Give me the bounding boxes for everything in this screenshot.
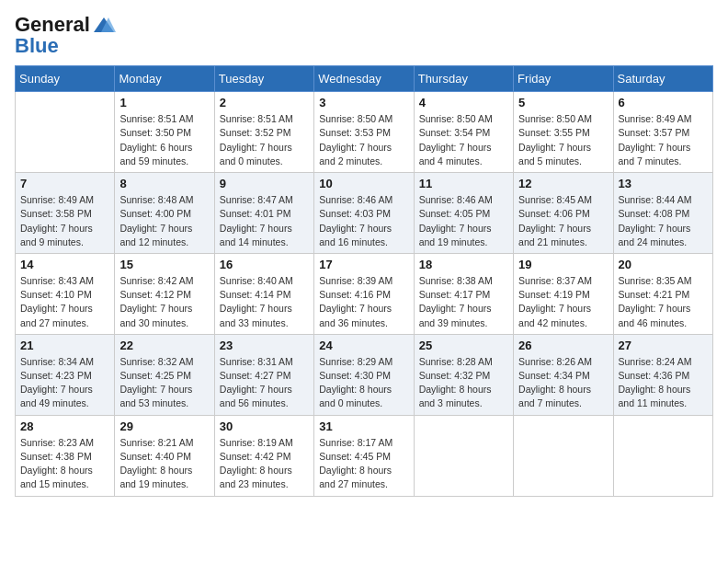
day-number: 23 (220, 339, 309, 352)
day-number: 1 (119, 96, 209, 109)
day-info: Sunrise: 8:46 AMSunset: 4:03 PMDaylight:… (319, 193, 408, 249)
day-cell-20: 20 Sunrise: 8:35 AMSunset: 4:21 PMDaylig… (613, 253, 712, 334)
day-info: Sunrise: 8:37 AMSunset: 4:19 PMDaylight:… (518, 274, 608, 330)
day-info: Sunrise: 8:31 AMSunset: 4:27 PMDaylight:… (220, 355, 309, 411)
day-info: Sunrise: 8:35 AMSunset: 4:21 PMDaylight:… (619, 274, 708, 330)
day-info: Sunrise: 8:39 AMSunset: 4:16 PMDaylight:… (319, 274, 408, 330)
day-number: 5 (518, 96, 608, 109)
day-info: Sunrise: 8:49 AMSunset: 3:57 PMDaylight:… (619, 112, 708, 168)
day-info: Sunrise: 8:23 AMSunset: 4:38 PMDaylight:… (20, 436, 109, 492)
day-info: Sunrise: 8:51 AMSunset: 3:52 PMDaylight:… (220, 112, 309, 168)
day-number: 28 (20, 419, 109, 433)
day-cell-14: 14 Sunrise: 8:43 AMSunset: 4:10 PMDaylig… (16, 253, 115, 334)
day-number: 3 (319, 96, 408, 109)
day-number: 25 (419, 339, 508, 352)
day-info: Sunrise: 8:26 AMSunset: 4:34 PMDaylight:… (518, 355, 608, 411)
day-cell-15: 15 Sunrise: 8:42 AMSunset: 4:12 PMDaylig… (115, 253, 214, 334)
day-number: 20 (619, 258, 708, 271)
day-info: Sunrise: 8:32 AMSunset: 4:25 PMDaylight:… (119, 355, 209, 411)
day-info: Sunrise: 8:28 AMSunset: 4:32 PMDaylight:… (419, 355, 508, 411)
empty-cell (514, 415, 613, 496)
day-info: Sunrise: 8:34 AMSunset: 4:23 PMDaylight:… (20, 355, 109, 411)
day-cell-11: 11 Sunrise: 8:46 AMSunset: 4:05 PMDaylig… (414, 173, 513, 254)
day-info: Sunrise: 8:44 AMSunset: 4:08 PMDaylight:… (619, 193, 708, 249)
day-number: 13 (619, 177, 708, 190)
day-cell-2: 2 Sunrise: 8:51 AMSunset: 3:52 PMDayligh… (214, 92, 313, 173)
day-cell-31: 31 Sunrise: 8:17 AMSunset: 4:45 PMDaylig… (314, 415, 414, 496)
day-cell-23: 23 Sunrise: 8:31 AMSunset: 4:27 PMDaylig… (214, 334, 313, 415)
day-cell-10: 10 Sunrise: 8:46 AMSunset: 4:03 PMDaylig… (314, 173, 414, 254)
day-cell-27: 27 Sunrise: 8:24 AMSunset: 4:36 PMDaylig… (613, 334, 712, 415)
day-cell-1: 1 Sunrise: 8:51 AMSunset: 3:50 PMDayligh… (115, 92, 214, 173)
day-number: 10 (319, 177, 408, 190)
day-info: Sunrise: 8:24 AMSunset: 4:36 PMDaylight:… (619, 355, 708, 411)
day-cell-22: 22 Sunrise: 8:32 AMSunset: 4:25 PMDaylig… (115, 334, 214, 415)
day-cell-24: 24 Sunrise: 8:29 AMSunset: 4:30 PMDaylig… (314, 334, 414, 415)
day-cell-29: 29 Sunrise: 8:21 AMSunset: 4:40 PMDaylig… (115, 415, 214, 496)
empty-cell (613, 415, 712, 496)
logo-icon (92, 16, 116, 36)
day-number: 18 (419, 258, 508, 271)
day-number: 16 (220, 258, 309, 271)
day-cell-17: 17 Sunrise: 8:39 AMSunset: 4:16 PMDaylig… (314, 253, 414, 334)
day-info: Sunrise: 8:42 AMSunset: 4:12 PMDaylight:… (119, 274, 209, 330)
day-number: 27 (619, 339, 708, 352)
day-info: Sunrise: 8:43 AMSunset: 4:10 PMDaylight:… (20, 274, 109, 330)
day-info: Sunrise: 8:40 AMSunset: 4:14 PMDaylight:… (220, 274, 309, 330)
day-number: 9 (220, 177, 309, 190)
day-number: 4 (419, 96, 508, 109)
day-number: 29 (119, 419, 209, 433)
day-info: Sunrise: 8:49 AMSunset: 3:58 PMDaylight:… (20, 193, 109, 249)
day-cell-9: 9 Sunrise: 8:47 AMSunset: 4:01 PMDayligh… (214, 173, 313, 254)
empty-cell (414, 415, 513, 496)
day-number: 21 (20, 339, 109, 352)
day-number: 30 (220, 419, 309, 433)
day-number: 31 (319, 419, 408, 433)
weekday-header-monday: Monday (115, 66, 214, 92)
day-info: Sunrise: 8:19 AMSunset: 4:42 PMDaylight:… (220, 436, 309, 492)
day-info: Sunrise: 8:17 AMSunset: 4:45 PMDaylight:… (319, 436, 408, 492)
day-cell-8: 8 Sunrise: 8:48 AMSunset: 4:00 PMDayligh… (115, 173, 214, 254)
day-number: 26 (518, 339, 608, 352)
day-cell-16: 16 Sunrise: 8:40 AMSunset: 4:14 PMDaylig… (214, 253, 313, 334)
day-cell-5: 5 Sunrise: 8:50 AMSunset: 3:55 PMDayligh… (514, 92, 613, 173)
week-row-5: 28 Sunrise: 8:23 AMSunset: 4:38 PMDaylig… (16, 415, 713, 496)
day-cell-25: 25 Sunrise: 8:28 AMSunset: 4:32 PMDaylig… (414, 334, 513, 415)
day-number: 14 (20, 258, 109, 271)
day-cell-6: 6 Sunrise: 8:49 AMSunset: 3:57 PMDayligh… (613, 92, 712, 173)
day-info: Sunrise: 8:21 AMSunset: 4:40 PMDaylight:… (119, 436, 209, 492)
day-cell-3: 3 Sunrise: 8:50 AMSunset: 3:53 PMDayligh… (314, 92, 414, 173)
day-number: 2 (220, 96, 309, 109)
logo: General Blue (15, 15, 116, 56)
weekday-header-saturday: Saturday (613, 66, 712, 92)
logo-general: General (15, 13, 90, 36)
weekday-header-sunday: Sunday (16, 66, 115, 92)
day-cell-26: 26 Sunrise: 8:26 AMSunset: 4:34 PMDaylig… (514, 334, 613, 415)
day-info: Sunrise: 8:45 AMSunset: 4:06 PMDaylight:… (518, 193, 608, 249)
calendar-table: SundayMondayTuesdayWednesdayThursdayFrid… (15, 65, 713, 496)
day-cell-18: 18 Sunrise: 8:38 AMSunset: 4:17 PMDaylig… (414, 253, 513, 334)
day-number: 11 (419, 177, 508, 190)
week-row-1: 1 Sunrise: 8:51 AMSunset: 3:50 PMDayligh… (16, 92, 713, 173)
weekday-header-friday: Friday (514, 66, 613, 92)
week-row-3: 14 Sunrise: 8:43 AMSunset: 4:10 PMDaylig… (16, 253, 713, 334)
day-cell-19: 19 Sunrise: 8:37 AMSunset: 4:19 PMDaylig… (514, 253, 613, 334)
day-cell-4: 4 Sunrise: 8:50 AMSunset: 3:54 PMDayligh… (414, 92, 513, 173)
day-cell-30: 30 Sunrise: 8:19 AMSunset: 4:42 PMDaylig… (214, 415, 313, 496)
day-cell-13: 13 Sunrise: 8:44 AMSunset: 4:08 PMDaylig… (613, 173, 712, 254)
day-info: Sunrise: 8:50 AMSunset: 3:55 PMDaylight:… (518, 112, 608, 168)
day-info: Sunrise: 8:51 AMSunset: 3:50 PMDaylight:… (119, 112, 209, 168)
day-info: Sunrise: 8:38 AMSunset: 4:17 PMDaylight:… (419, 274, 508, 330)
weekday-header-thursday: Thursday (414, 66, 513, 92)
week-row-4: 21 Sunrise: 8:34 AMSunset: 4:23 PMDaylig… (16, 334, 713, 415)
day-number: 22 (119, 339, 209, 352)
day-info: Sunrise: 8:50 AMSunset: 3:53 PMDaylight:… (319, 112, 408, 168)
day-info: Sunrise: 8:29 AMSunset: 4:30 PMDaylight:… (319, 355, 408, 411)
day-cell-21: 21 Sunrise: 8:34 AMSunset: 4:23 PMDaylig… (16, 334, 115, 415)
day-number: 24 (319, 339, 408, 352)
day-number: 7 (20, 177, 109, 190)
day-cell-28: 28 Sunrise: 8:23 AMSunset: 4:38 PMDaylig… (16, 415, 115, 496)
week-row-2: 7 Sunrise: 8:49 AMSunset: 3:58 PMDayligh… (16, 173, 713, 254)
day-number: 12 (518, 177, 608, 190)
empty-cell (16, 92, 115, 173)
